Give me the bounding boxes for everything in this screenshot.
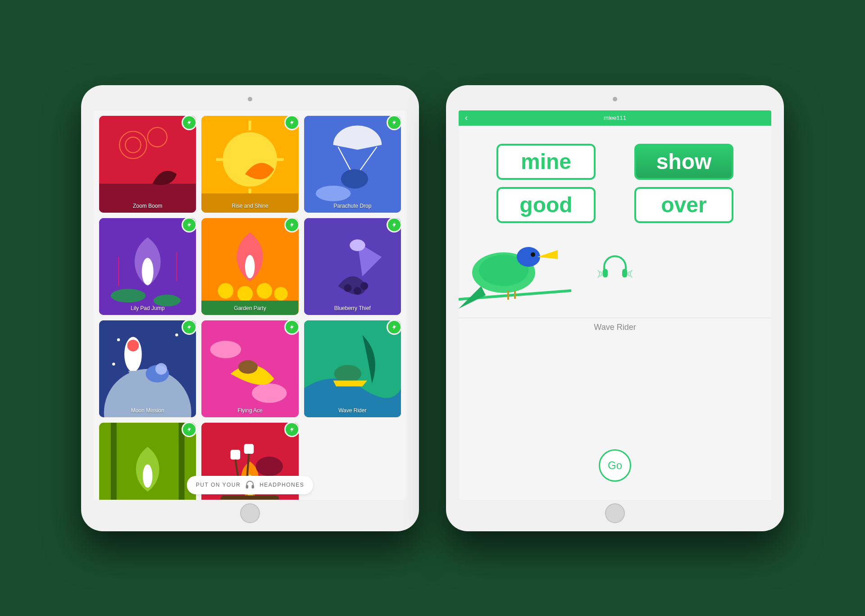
activity-tile[interactable]: Rise and Shine (201, 116, 298, 213)
activity-tile[interactable]: Garden Party (201, 218, 298, 315)
username-label: mlee111 (604, 114, 626, 121)
svg-point-31 (344, 284, 351, 292)
tile-label: Rise and Shine (201, 203, 298, 209)
word-option[interactable]: good (496, 187, 596, 223)
bolt-badge-icon (182, 218, 196, 233)
home-button[interactable] (240, 503, 260, 523)
svg-point-44 (155, 363, 167, 375)
activity-tile[interactable]: Lily Pad Jump (99, 218, 196, 315)
svg-marker-51 (333, 381, 367, 387)
svg-point-47 (252, 383, 287, 403)
svg-point-27 (257, 283, 272, 298)
tile-label: Parachute Drop (304, 203, 401, 209)
tile-label: Flying Ace (201, 407, 298, 414)
tile-label: Zoom Boom (99, 203, 196, 209)
svg-point-15 (341, 169, 368, 188)
svg-point-18 (111, 289, 146, 302)
camera-dot (248, 97, 252, 101)
headphone-banner: PUT ON YOUR HEADPHONES (187, 476, 313, 494)
svg-rect-57 (221, 496, 279, 500)
svg-point-68 (517, 247, 540, 267)
activity-tile[interactable]: Zoom Boom (99, 116, 196, 213)
word-option[interactable]: mine (496, 144, 596, 180)
activity-tile[interactable]: Parachute Drop (304, 116, 401, 213)
svg-point-41 (127, 340, 139, 351)
activity-tile[interactable]: Wave Rider (304, 320, 401, 417)
svg-point-24 (245, 255, 255, 278)
bolt-badge-icon (182, 320, 196, 335)
top-bar: ‹ mlee111 (459, 110, 771, 126)
headphones-icon (245, 479, 255, 491)
svg-rect-60 (244, 444, 254, 454)
svg-point-33 (360, 282, 368, 290)
svg-point-25 (218, 283, 233, 298)
bird-illustration (459, 219, 571, 319)
svg-point-20 (142, 258, 154, 285)
svg-rect-64 (252, 485, 254, 488)
activity-tile[interactable]: Flying Ace (201, 320, 298, 417)
svg-point-48 (238, 360, 258, 374)
svg-point-19 (154, 295, 181, 306)
bolt-badge-icon (284, 116, 299, 130)
svg-rect-63 (246, 485, 248, 488)
svg-point-55 (143, 465, 153, 488)
word-option[interactable]: over (634, 187, 733, 223)
svg-point-16 (315, 186, 351, 201)
headphone-prefix: PUT ON YOUR (196, 482, 241, 488)
svg-rect-30 (304, 218, 401, 315)
screen-left: Zoom BoomRise and ShineParachute DropLil… (94, 110, 406, 500)
svg-rect-59 (231, 450, 241, 460)
bolt-badge-icon (284, 320, 299, 335)
word-choice-area: mineshowgoodover (459, 126, 771, 232)
bird-row (459, 232, 771, 318)
svg-point-50 (334, 365, 361, 383)
svg-marker-70 (537, 250, 558, 259)
home-button[interactable] (605, 503, 625, 523)
svg-point-46 (210, 341, 241, 358)
svg-point-34 (350, 239, 365, 251)
word-option[interactable]: show (634, 144, 733, 180)
bolt-badge-icon (182, 423, 196, 437)
svg-rect-73 (603, 269, 608, 277)
activity-grid: Zoom BoomRise and ShineParachute DropLil… (94, 110, 406, 500)
svg-point-37 (117, 338, 120, 341)
svg-point-28 (274, 287, 288, 301)
go-button[interactable]: Go (599, 449, 631, 482)
bolt-badge-icon (387, 218, 401, 233)
screen-right: ‹ mlee111 mineshowgoodover (459, 110, 771, 500)
bolt-badge-icon (182, 116, 196, 130)
tile-label: Garden Party (201, 305, 298, 311)
go-label: Go (608, 459, 622, 472)
listen-icon[interactable] (597, 250, 633, 288)
svg-rect-74 (622, 269, 627, 277)
svg-point-32 (353, 287, 361, 295)
tablet-left: Zoom BoomRise and ShineParachute DropLil… (81, 85, 419, 531)
activity-tile[interactable]: Blueberry Thief (304, 218, 401, 315)
tile-label: Lily Pad Jump (99, 305, 196, 311)
activity-name: Wave Rider (459, 318, 771, 332)
svg-point-6 (223, 132, 278, 187)
tile-label: Blueberry Thief (304, 305, 401, 311)
camera-dot (613, 97, 617, 101)
bolt-badge-icon (387, 116, 401, 130)
bolt-badge-icon (387, 320, 401, 335)
svg-point-26 (237, 286, 253, 301)
tile-label: Wave Rider (304, 407, 401, 414)
tile-label: Moon Mission (99, 407, 196, 414)
svg-point-39 (112, 363, 115, 365)
tablet-right: ‹ mlee111 mineshowgoodover (446, 85, 784, 531)
back-button[interactable]: ‹ (465, 113, 468, 123)
svg-point-58 (256, 457, 283, 476)
activity-tile[interactable]: Bamboo Secret (99, 423, 196, 499)
headphone-suffix: HEADPHONES (260, 482, 304, 488)
activity-tile[interactable]: Moon Mission (99, 320, 196, 417)
bolt-badge-icon (284, 218, 299, 233)
svg-point-38 (175, 333, 178, 336)
svg-point-69 (531, 252, 535, 257)
